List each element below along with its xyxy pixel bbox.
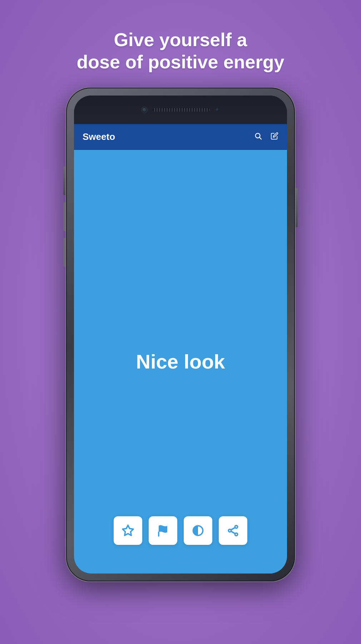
share-icon	[227, 524, 239, 537]
main-content-text: Nice look	[136, 350, 225, 373]
toolbar-icons	[254, 132, 278, 142]
favourite-button[interactable]	[114, 516, 142, 545]
phone-shell: Sweeto	[66, 88, 295, 581]
phone-mockup: Sweeto	[66, 88, 295, 581]
star-icon	[122, 524, 134, 537]
svg-line-8	[231, 528, 235, 530]
theme-icon	[192, 524, 204, 537]
app-screen: Sweeto	[74, 124, 287, 574]
app-content[interactable]: Nice look	[74, 150, 287, 574]
search-icon	[254, 132, 262, 140]
headline-text: Give yourself a dose of positive energy	[77, 29, 285, 73]
app-title: Sweeto	[83, 131, 254, 142]
svg-line-1	[259, 137, 261, 139]
headline-line2: dose of positive energy	[77, 52, 285, 72]
flag-button[interactable]	[149, 516, 177, 545]
theme-button[interactable]	[184, 516, 212, 545]
speaker-grille	[153, 108, 210, 112]
phone-screen: Sweeto	[74, 96, 287, 574]
edit-button[interactable]	[271, 132, 278, 142]
front-camera	[142, 107, 147, 112]
share-button[interactable]	[219, 516, 247, 545]
headline-line1: Give yourself a	[114, 29, 247, 50]
edit-icon	[271, 132, 278, 140]
app-toolbar: Sweeto	[74, 124, 287, 150]
phone-top-bar	[74, 96, 287, 124]
flag-icon	[157, 524, 169, 537]
action-buttons	[114, 516, 247, 545]
front-sensor	[216, 108, 219, 112]
svg-marker-2	[123, 525, 133, 536]
svg-line-9	[231, 531, 235, 533]
search-button[interactable]	[254, 132, 262, 142]
headline: Give yourself a dose of positive energy	[77, 29, 285, 73]
